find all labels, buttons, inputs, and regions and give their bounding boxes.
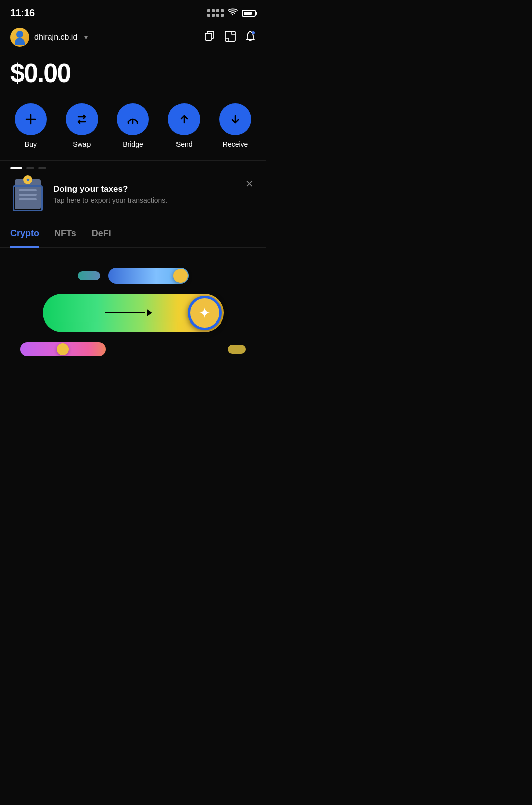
- send-action[interactable]: Send: [168, 103, 200, 148]
- banner-close-button[interactable]: ✕: [243, 176, 256, 192]
- signal-icon: [207, 9, 224, 17]
- copy-icon[interactable]: [205, 31, 216, 44]
- small-pill-left: [78, 271, 100, 280]
- tab-defi[interactable]: DeFi: [92, 228, 111, 248]
- swap-button[interactable]: [66, 103, 98, 135]
- svg-rect-2: [205, 33, 212, 40]
- header: dhirajn.cb.id ▾: [0, 23, 266, 53]
- balance-section: $0.00: [0, 53, 266, 98]
- bottom-slider-row: [10, 342, 256, 356]
- tax-document-icon: [15, 179, 41, 209]
- bottom-slider-thumb: [57, 343, 69, 355]
- sliders-section: ✦: [0, 248, 266, 371]
- tabs-section: Crypto NFTs DeFi: [0, 220, 266, 248]
- bridge-action[interactable]: Bridge: [117, 103, 149, 148]
- swap-action[interactable]: Swap: [66, 103, 98, 148]
- send-label: Send: [176, 140, 193, 148]
- bridge-button[interactable]: [117, 103, 149, 135]
- main-slider[interactable]: ✦: [43, 294, 224, 332]
- bottom-slider-track[interactable]: [20, 342, 106, 356]
- actions-section: Buy Swap Bridge S: [0, 98, 266, 160]
- top-slider-thumb: [173, 269, 188, 283]
- buy-action[interactable]: Buy: [15, 103, 47, 148]
- carousel-dots: [0, 161, 266, 169]
- slider-arrow-icon: [105, 309, 152, 316]
- expand-icon[interactable]: [225, 31, 236, 44]
- send-button[interactable]: [168, 103, 200, 135]
- main-slider-thumb: ✦: [188, 296, 222, 330]
- svg-point-4: [252, 31, 255, 34]
- receive-action[interactable]: Receive: [219, 103, 251, 148]
- banner-subtitle: Tap here to export your transactions.: [53, 196, 235, 204]
- balance-amount: $0.00: [10, 58, 256, 88]
- swap-label: Swap: [73, 140, 91, 148]
- top-slider-track[interactable]: [108, 268, 189, 284]
- bridge-label: Bridge: [123, 140, 143, 148]
- tab-nfts[interactable]: NFTs: [54, 228, 76, 248]
- status-icons: [207, 8, 256, 18]
- receive-button[interactable]: [219, 103, 251, 135]
- tax-banner[interactable]: Doing your taxes? Tap here to export you…: [0, 169, 266, 220]
- status-time: 11:16: [10, 7, 35, 19]
- buy-label: Buy: [25, 140, 37, 148]
- small-pill-right: [228, 345, 246, 354]
- tab-crypto[interactable]: Crypto: [10, 228, 39, 248]
- svg-rect-3: [225, 31, 235, 41]
- chevron-down-icon[interactable]: ▾: [84, 33, 88, 41]
- status-bar: 11:16: [0, 0, 266, 23]
- username-label: dhirajn.cb.id: [34, 33, 77, 42]
- wifi-icon: [228, 8, 238, 18]
- battery-icon: [242, 10, 256, 17]
- receive-label: Receive: [223, 140, 248, 148]
- star-icon: ✦: [199, 305, 210, 321]
- buy-button[interactable]: [15, 103, 47, 135]
- avatar: [10, 28, 29, 47]
- banner-content: Doing your taxes? Tap here to export you…: [53, 184, 235, 204]
- tax-icon: [10, 177, 45, 212]
- svg-point-0: [232, 14, 233, 15]
- banner-title: Doing your taxes?: [53, 184, 235, 194]
- profile-section[interactable]: dhirajn.cb.id ▾: [10, 28, 88, 47]
- header-icons: [205, 30, 256, 44]
- notification-icon[interactable]: [245, 30, 256, 44]
- top-slider-row: [10, 268, 256, 284]
